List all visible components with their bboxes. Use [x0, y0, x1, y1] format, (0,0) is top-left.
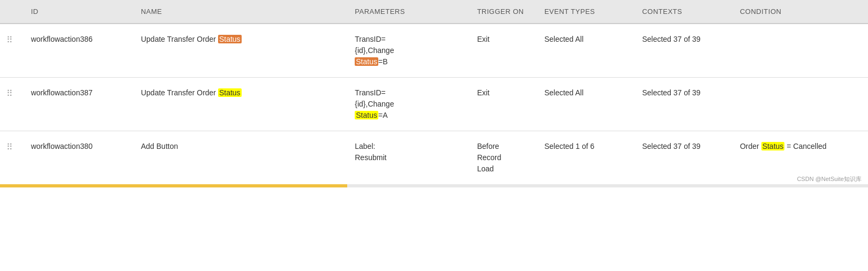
row1-name-highlight: Status: [218, 35, 242, 43]
row2-params-highlight: Status: [355, 111, 378, 119]
drag-handle-3[interactable]: ⠿: [0, 131, 25, 185]
col-header-params: PARAMETERS: [348, 0, 470, 24]
row1-name: Update Transfer Order Status: [134, 24, 348, 78]
col-header-event: EVENT TYPES: [538, 0, 636, 24]
col-header-condition: CONDITION: [734, 0, 868, 24]
col-header-contexts: CONTEXTS: [635, 0, 734, 24]
col-header-drag: [0, 0, 25, 24]
row3-id: workflowaction380: [25, 131, 134, 185]
row1-params: TransID={id},ChangeStatus=B: [348, 24, 470, 78]
row1-condition: [734, 24, 868, 78]
row3-condition-highlight: Status: [761, 142, 785, 150]
main-table: ID NAME PARAMETERS TRIGGER ON EVENT TYPE…: [0, 0, 868, 184]
row2-event: Selected All: [538, 78, 636, 131]
table-wrapper: ID NAME PARAMETERS TRIGGER ON EVENT TYPE…: [0, 0, 868, 187]
footer-bar: [0, 184, 868, 187]
drag-handle-1[interactable]: ⠿: [0, 24, 25, 78]
row1-event: Selected All: [538, 24, 636, 78]
row2-trigger: Exit: [470, 78, 537, 131]
row2-id: workflowaction387: [25, 78, 134, 131]
row1-params-highlight: Status: [355, 57, 378, 66]
row2-contexts: Selected 37 of 39: [635, 78, 734, 131]
row2-name: Update Transfer Order Status: [134, 78, 348, 131]
row3-name: Add Button: [134, 131, 348, 185]
row2-params: TransID={id},ChangeStatus=A: [348, 78, 470, 131]
row1-contexts: Selected 37 of 39: [635, 24, 734, 78]
table-header-row: ID NAME PARAMETERS TRIGGER ON EVENT TYPE…: [0, 0, 868, 24]
row3-trigger: BeforeRecordLoad: [470, 131, 537, 185]
table-container: ID NAME PARAMETERS TRIGGER ON EVENT TYPE…: [0, 0, 868, 184]
row1-id: workflowaction386: [25, 24, 134, 78]
table-row: ⠿ workflowaction380 Add Button Label:Res…: [0, 131, 868, 185]
col-header-trigger: TRIGGER ON: [470, 0, 537, 24]
row3-contexts: Selected 37 of 39: [635, 131, 734, 185]
drag-handle-2[interactable]: ⠿: [0, 78, 25, 131]
row1-trigger: Exit: [470, 24, 537, 78]
row2-condition: [734, 78, 868, 131]
table-row: ⠿ workflowaction387 Update Transfer Orde…: [0, 78, 868, 131]
row3-params: Label:Resubmit: [348, 131, 470, 185]
row2-name-highlight: Status: [218, 88, 242, 97]
watermark: CSDN @NetSuite知识库: [797, 175, 862, 183]
col-header-id: ID: [25, 0, 134, 24]
col-header-name: NAME: [134, 0, 348, 24]
row3-event: Selected 1 of 6: [538, 131, 636, 185]
table-row: ⠿ workflowaction386 Update Transfer Orde…: [0, 24, 868, 78]
